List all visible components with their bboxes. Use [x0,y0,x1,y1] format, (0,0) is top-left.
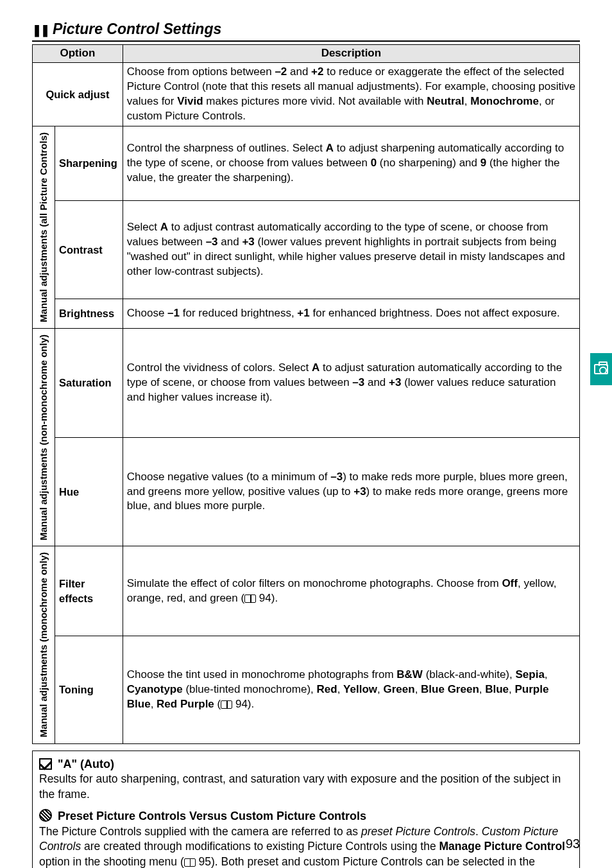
text: . [475,825,482,838]
group-label: Manual adjustments (all Picture Controls… [37,128,51,326]
desc-hue: Choose negative values (to a minimum of … [123,437,579,546]
value: Blue Green [421,683,479,695]
text: Simulate the effect of color filters on … [127,577,502,589]
text: for enhanced brightness. Does not affect… [310,307,560,319]
value: –1 [167,307,180,319]
value: –2 [275,65,287,78]
header-option: Option [33,45,123,63]
row-hue: Hue Choose negative values (to a minimum… [33,437,580,546]
label-sharpening: Sharpening [55,126,123,201]
value: Cyanotype [127,683,183,695]
note-title-text: Preset Picture Controls Versus Custom Pi… [55,810,366,822]
settings-table: Option Description Quick adjust Choose f… [32,44,580,744]
value: A [160,221,168,233]
value: +1 [297,307,309,319]
value: Blue [485,683,509,695]
text: , [151,698,157,710]
group-label: Manual adjustments (monochrome only) [37,548,51,741]
value: Off [502,577,518,589]
label-saturation: Saturation [55,328,123,437]
label-toning: Toning [55,636,123,743]
group-non-monochrome: Manual adjustments (non-monochrome only) [33,328,55,546]
camera-icon [594,364,608,374]
text: , [509,683,514,695]
value: –3 [330,471,343,483]
value: +3 [389,376,401,388]
note-auto-title: "A" (Auto) [39,756,573,772]
row-saturation: Manual adjustments (non-monochrome only)… [33,328,580,437]
page-ref-icon [244,595,256,603]
value: Red [317,683,337,695]
text: , [545,668,548,681]
page-ref: 94 [256,592,271,604]
value: +3 [353,485,366,498]
section-title: Picture Control Settings [32,19,580,42]
row-brightness: Brightness Choose –1 for reduced brightn… [33,299,580,328]
value: –3 [352,376,364,388]
text: , [479,683,485,695]
text: Choose from options between [127,65,275,78]
note-title-text: "A" (Auto) [55,758,114,770]
text: makes pictures more vivid. Not available… [203,95,427,107]
value: Monochrome [470,95,539,107]
group-monochrome: Manual adjustments (monochrome only) [33,546,55,743]
value: +2 [311,65,323,78]
text: Control the vividness of colors. Select [127,361,312,374]
text: option in the shooting menu ( [39,855,184,868]
label-filter-effects: Filter effects [55,546,123,636]
note-preset-title: Preset Picture Controls Versus Custom Pi… [39,808,573,824]
text: ( [214,698,221,710]
page-ref: 95 [196,855,211,868]
row-toning: Toning Choose the tint used in monochrom… [33,636,580,743]
value: Vivid [177,95,203,107]
page-ref-icon [184,858,196,867]
text: (blue-tinted monochrome), [183,683,317,695]
label-hue: Hue [55,437,123,546]
text: and [218,236,242,248]
row-sharpening: Manual adjustments (all Picture Controls… [33,126,580,201]
desc-sharpening: Control the sharpness of outlines. Selec… [123,126,579,201]
desc-brightness: Choose –1 for reduced brightness, +1 for… [123,299,579,328]
desc-contrast: Select A to adjust contrast automaticall… [123,201,579,299]
value: B&W [396,668,423,681]
section-title-text: Picture Control Settings [53,21,221,37]
row-contrast: Contrast Select A to adjust contrast aut… [33,201,580,299]
text: The Picture Controls supplied with the c… [39,825,361,838]
text: Choose [127,307,167,319]
checkmark-icon [39,758,52,770]
text: (black-and-white), [423,668,516,681]
page-ref-icon [221,700,232,709]
header-description: Description [123,45,579,63]
text: Control the sharpness of outlines. Selec… [127,142,326,154]
desc-toning: Choose the tint used in monochrome photo… [123,636,579,743]
text: are created through modifications to exi… [81,840,439,853]
text: , [464,95,470,107]
text: , [337,683,343,695]
table-header-row: Option Description [33,45,580,63]
text: ). [271,592,278,604]
italic: preset Picture Controls [361,825,475,838]
text: for reduced brightness, [180,307,297,319]
value: 0 [371,157,377,169]
value: A [312,361,319,374]
value: A [326,142,334,154]
group-all-picture-controls: Manual adjustments (all Picture Controls… [33,126,55,328]
desc-quick-adjust: Choose from options between –2 and +2 to… [123,62,579,126]
text: ). [248,698,254,710]
note-preset-body: The Picture Controls supplied with the c… [39,824,573,868]
value: Sepia [515,668,544,681]
text: , [415,683,421,695]
desc-saturation: Control the vividness of colors. Select … [123,328,579,437]
bold: Manage Picture Control [439,840,565,853]
desc-filter-effects: Simulate the effect of color filters on … [123,546,579,636]
text: Choose negative values (to a minimum of [127,471,331,483]
label-quick-adjust: Quick adjust [33,62,123,126]
note-auto-body: Results for auto sharpening, contrast, a… [39,772,573,802]
text: (no sharpening) and [377,157,480,169]
text: Select [127,221,160,233]
value: Neutral [427,95,464,107]
group-label: Manual adjustments (non-monochrome only) [37,331,51,544]
page-number: 93 [566,835,580,853]
value: Red Purple [157,698,214,710]
text: Choose the tint used in monochrome photo… [127,668,397,681]
